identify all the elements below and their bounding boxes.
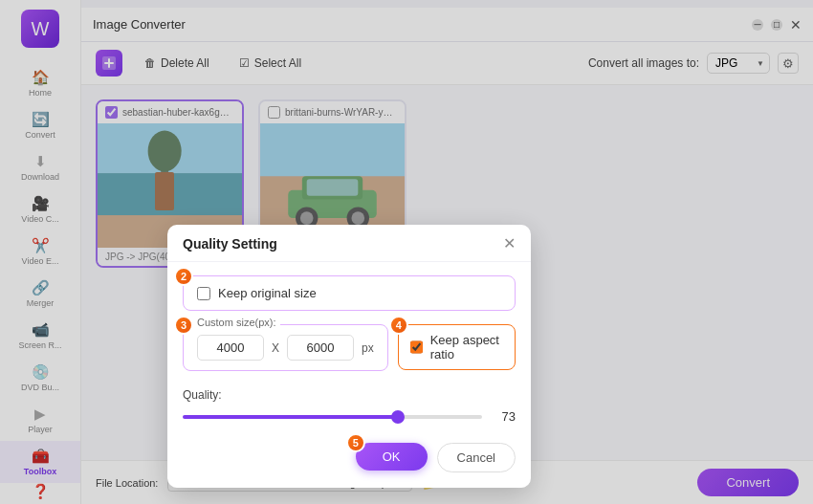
keep-aspect-badge: 4 xyxy=(389,316,408,335)
dialog-close-button[interactable]: ✕ xyxy=(503,236,516,252)
x-separator: X xyxy=(272,341,279,355)
px-unit: px xyxy=(362,341,374,355)
ok-badge: 5 xyxy=(346,433,365,452)
keep-original-checkbox[interactable] xyxy=(197,287,210,300)
keep-original-label: Keep original size xyxy=(218,286,317,300)
custom-size-badge: 3 xyxy=(174,316,193,335)
custom-size-label: Custom size(px): xyxy=(193,317,280,328)
keep-original-row: Keep original size xyxy=(197,286,501,300)
custom-size-row: X px xyxy=(197,335,374,361)
quality-dialog: Quality Setting ✕ 2 Keep original size 3… xyxy=(167,225,531,488)
ok-btn-wrap: OK 5 xyxy=(356,443,428,472)
ok-button[interactable]: OK xyxy=(356,443,428,471)
dialog-header: Quality Setting ✕ xyxy=(167,225,531,262)
custom-size-section: 3 Custom size(px): X px xyxy=(183,324,388,371)
custom-size-aspect-row: 3 Custom size(px): X px 4 Keep aspect ra… xyxy=(183,324,516,371)
dialog-title: Quality Setting xyxy=(183,236,277,252)
height-input[interactable] xyxy=(287,335,354,361)
keep-original-section: 2 Keep original size xyxy=(183,275,516,311)
keep-original-badge: 2 xyxy=(174,267,193,286)
quality-section: Quality: 73 xyxy=(183,384,516,427)
dialog-footer: OK 5 Cancel xyxy=(167,443,531,488)
width-input[interactable] xyxy=(197,335,264,361)
keep-aspect-section: 4 Keep aspect ratio xyxy=(398,324,516,370)
quality-value: 73 xyxy=(492,409,516,424)
dialog-body: 2 Keep original size 3 Custom size(px): … xyxy=(167,262,531,443)
quality-label: Quality: xyxy=(183,388,516,402)
quality-slider[interactable] xyxy=(183,415,482,419)
keep-aspect-checkbox[interactable] xyxy=(410,340,423,354)
app-container: W 🏠 Home 🔄 Convert ⬇ Download 🎥 Video C.… xyxy=(0,0,813,504)
keep-aspect-label: Keep aspect ratio xyxy=(430,333,503,362)
quality-slider-row: 73 xyxy=(183,409,516,424)
cancel-button[interactable]: Cancel xyxy=(437,443,516,472)
